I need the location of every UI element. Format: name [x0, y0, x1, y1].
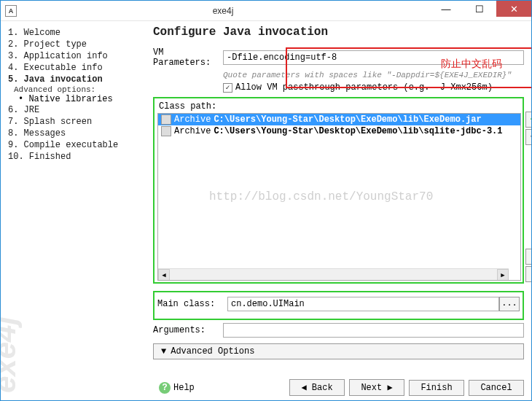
page-heading: Configure Java invocation: [153, 26, 524, 39]
scroll-left-icon[interactable]: ◀: [158, 269, 170, 281]
step-java-invocation[interactable]: 5. Java invocation: [5, 74, 143, 85]
close-button[interactable]: ✕: [496, 1, 531, 17]
arguments-label: Arguments:: [153, 325, 223, 335]
cp-prefix: Archive: [174, 114, 211, 125]
app-icon: A: [5, 5, 17, 17]
chevron-down-icon: ▼: [161, 346, 166, 357]
titlebar: A exe4j — ☐ ✕: [1, 1, 531, 21]
cp-path: C:\Users\Young-Star\Desktop\ExeDemo\lib\…: [214, 126, 502, 136]
scroll-right-icon[interactable]: ▶: [497, 269, 509, 281]
classpath-label: Class path:: [159, 101, 521, 112]
help-icon: ?: [159, 382, 171, 394]
step-finished[interactable]: 10. Finished: [5, 151, 143, 163]
advanced-options-text: Advanced Options: [171, 346, 254, 357]
app-window: A exe4j — ☐ ✕ 1. Welcome 2. Project type…: [0, 0, 532, 401]
window-controls: — ☐ ✕: [429, 1, 531, 20]
maximize-button[interactable]: ☐: [463, 1, 496, 17]
footer: ? Help ◀ Back Next ▶ Finish Cancel: [153, 373, 524, 396]
vm-params-hint: Quote parameters with spaces like "-Dapp…: [223, 71, 524, 79]
step-jre[interactable]: 6. JRE: [5, 104, 143, 116]
archive-icon: [161, 126, 171, 136]
vm-params-label: VM Parameters:: [153, 47, 223, 68]
mainclass-section: Main class: ...: [153, 291, 524, 320]
arguments-input[interactable]: [223, 323, 524, 338]
step-splash[interactable]: 7. Splash screen: [5, 116, 143, 128]
cp-prefix: Archive: [174, 126, 211, 136]
browse-mainclass-button[interactable]: ...: [499, 297, 520, 311]
main-panel: Configure Java invocation 防止中文乱码 VM Para…: [143, 21, 531, 400]
passthrough-label: Allow VM passthrough parameters (e.g. -J…: [235, 82, 493, 93]
advanced-options-button[interactable]: ▼ Advanced Options: [153, 343, 524, 359]
horizontal-scrollbar[interactable]: ◀ ▶: [158, 268, 509, 280]
cancel-button[interactable]: Cancel: [469, 380, 524, 396]
move-up-button[interactable]: ⬆: [525, 249, 532, 265]
brand-watermark: exe4j: [0, 316, 23, 393]
step-project-type[interactable]: 2. Project type: [5, 39, 143, 50]
window-title: exe4j: [17, 6, 429, 16]
classpath-list[interactable]: Archive C:\Users\Young-Star\Desktop\ExeD…: [157, 113, 521, 281]
classpath-section: Class path: Archive C:\Users\Young-Star\…: [153, 97, 524, 284]
mainclass-input[interactable]: [227, 297, 499, 311]
step-messages[interactable]: 8. Messages: [5, 128, 143, 139]
step-compile[interactable]: 9. Compile executable: [5, 139, 143, 151]
arguments-row: Arguments:: [153, 323, 524, 338]
edit-classpath-button[interactable]: ✎: [525, 129, 532, 145]
mainclass-label: Main class:: [157, 299, 227, 309]
step-executable-info[interactable]: 4. Executable info: [5, 62, 143, 74]
back-button[interactable]: ◀ Back: [289, 379, 345, 396]
watermark-text: http://blog.csdn.net/YoungStar70: [209, 190, 433, 203]
minimize-button[interactable]: —: [429, 1, 463, 17]
classpath-item[interactable]: Archive C:\Users\Young-Star\Desktop\ExeD…: [158, 114, 520, 125]
passthrough-row: ✓ Allow VM passthrough parameters (e.g. …: [223, 82, 524, 93]
content: 1. Welcome 2. Project type 3. Applicatio…: [1, 21, 531, 400]
sidebar: 1. Welcome 2. Project type 3. Applicatio…: [1, 21, 143, 400]
help-label: Help: [173, 383, 195, 393]
cp-path: C:\Users\Young-Star\Desktop\ExeDemo\lib\…: [214, 114, 481, 125]
advanced-options-label: Advanced options:: [5, 85, 143, 94]
add-classpath-button[interactable]: +: [525, 112, 532, 128]
step-application-info[interactable]: 3. Application info: [5, 50, 143, 62]
passthrough-checkbox[interactable]: ✓: [223, 83, 232, 93]
step-welcome[interactable]: 1. Welcome: [5, 27, 143, 39]
archive-icon: [161, 114, 171, 125]
classpath-item[interactable]: Archive C:\Users\Young-Star\Desktop\ExeD…: [158, 125, 520, 137]
annotation-red-text: 防止中文乱码: [441, 58, 502, 71]
reorder-buttons: ⬆ ⬇: [525, 249, 532, 282]
move-down-button[interactable]: ⬇: [525, 266, 532, 282]
classpath-buttons: + ✎: [525, 112, 532, 145]
finish-button[interactable]: Finish: [409, 380, 464, 396]
help-button[interactable]: ? Help: [153, 381, 200, 395]
next-button[interactable]: Next ▶: [349, 379, 404, 396]
adv-native-libraries[interactable]: • Native libraries: [5, 94, 143, 104]
